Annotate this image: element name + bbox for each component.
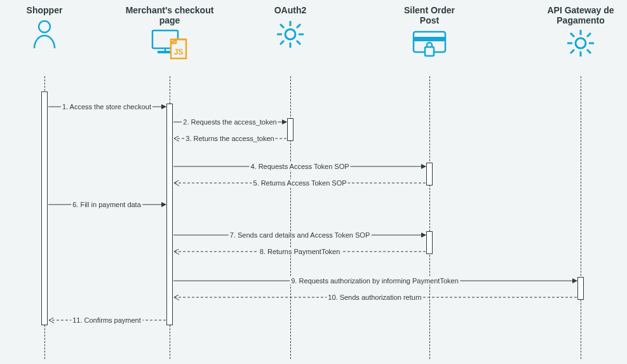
msg-3-label: 3. Returns the access_token [184,135,275,142]
msg-2-label: 2. Requests the access_token [182,118,278,126]
msg-7-label: 7. Sends card details and Access Token S… [229,231,372,239]
msg-1-label: 1. Access the store checkout [61,103,152,111]
msg-4-label: 4. Requests Access Token SOP [249,163,350,170]
msg-9-label: 9. Requests authorization by informing P… [290,277,460,285]
msg-5-label: 5. Returns Access Token SOP [252,179,347,187]
msg-10-label: 10. Sends authorization return [327,293,422,301]
msg-11-label: 11. Confirms payment [71,316,142,324]
msg-8-label: 8. Returns PaymentToken [259,248,342,255]
msg-6-label: 6. Fill in payment data [71,201,142,208]
